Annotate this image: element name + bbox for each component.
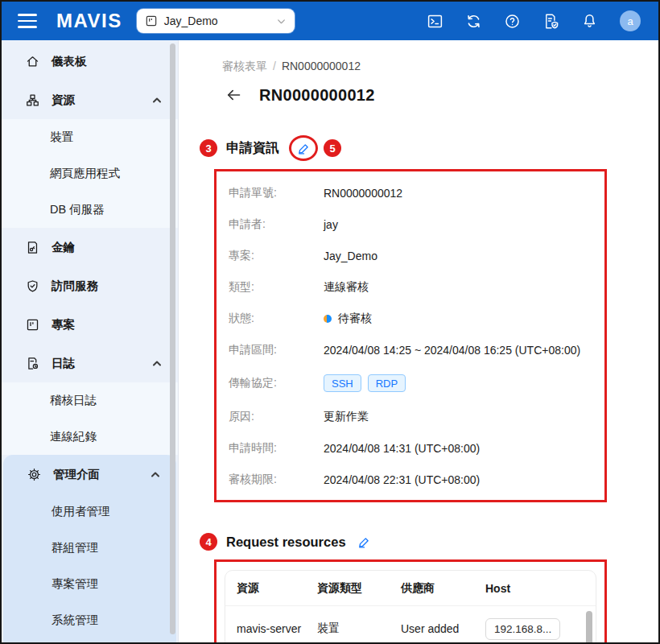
column-header-host: Host [485, 582, 596, 595]
sidebar-item-db-servers[interactable]: DB 伺服器 [2, 192, 178, 228]
sidebar-item-admin[interactable]: 管理介面 [3, 455, 176, 493]
table-row[interactable]: mavis-server 裝置 User added 192.168.8... [225, 606, 596, 642]
sidebar: 儀表板 資源 裝置 網頁應用程式 [2, 40, 179, 642]
sidebar-item-logs[interactable]: 日誌 [2, 344, 178, 382]
table-scrollbar[interactable] [586, 611, 592, 642]
status-dot-icon [324, 315, 332, 323]
field-value: jay [324, 218, 338, 231]
caret-up-icon [151, 470, 160, 478]
sidebar-item-label: DB 伺服器 [50, 202, 105, 217]
sidebar-item-label: 使用者管理 [52, 504, 110, 519]
sidebar-item-project-management[interactable]: 專案管理 [3, 566, 176, 602]
status-text: 待審核 [338, 312, 372, 324]
section-title-request-info: 申請資訊 [226, 139, 279, 157]
logs-submenu: 稽核日誌 連線紀錄 [2, 382, 178, 455]
audit-document-icon[interactable] [542, 13, 559, 30]
protocol-tags: SSHRDP [324, 374, 412, 392]
field-value: 2024/04/08 14:25 ~ 2024/04/08 16:25 (UTC… [324, 344, 580, 357]
field-label: 審核期限: [229, 473, 324, 487]
field-row-protocols: 傳輸協定: SSHRDP [229, 365, 598, 401]
help-icon[interactable] [504, 13, 521, 30]
cell-resource-type: 裝置 [317, 621, 401, 636]
field-label: 申請區間: [229, 343, 324, 357]
home-icon [26, 55, 39, 68]
breadcrumb-current: RN0000000012 [282, 60, 361, 72]
field-row: 原因: 更新作業 [229, 401, 598, 432]
page-title-row: RN0000000012 [225, 84, 658, 106]
field-label: 專案: [229, 249, 324, 263]
top-navbar: MAVIS Jay_Demo [2, 2, 658, 40]
field-value: 2024/04/08 22:31 (UTC+08:00) [324, 473, 480, 486]
field-row: 申請時間: 2024/04/08 14:31 (UTC+08:00) [229, 432, 598, 464]
column-header-resource: 資源 [237, 581, 317, 596]
user-avatar[interactable]: a [620, 10, 641, 31]
breadcrumb-parent[interactable]: 審核表單 [222, 60, 267, 72]
annotation-badge-4: 4 [200, 533, 217, 551]
sync-icon[interactable] [465, 13, 482, 30]
column-header-resource-type: 資源類型 [317, 581, 401, 596]
annotation-circle [289, 135, 318, 161]
main-content: 審核表單/RN0000000012 RN0000000012 3 申請資訊 [179, 40, 658, 642]
sidebar-item-dashboard[interactable]: 儀表板 [2, 42, 178, 80]
field-value: 更新作業 [324, 410, 369, 424]
field-row: 審核期限: 2024/04/08 22:31 (UTC+08:00) [229, 464, 598, 495]
annotation-badge-5: 5 [324, 139, 341, 157]
gear-icon [27, 468, 41, 481]
sidebar-item-system-management[interactable]: 系統管理 [3, 602, 176, 638]
field-label: 傳輸協定: [229, 376, 324, 390]
breadcrumb-separator: / [273, 60, 276, 72]
hamburger-menu-icon[interactable] [18, 14, 37, 28]
sidebar-item-label: 儀表板 [52, 54, 87, 69]
project-selector[interactable]: Jay_Demo [137, 9, 295, 33]
cell-vendor: User added [401, 622, 485, 635]
field-row: 申請區間: 2024/04/08 14:25 ~ 2024/04/08 16:2… [229, 334, 598, 365]
field-row: 專案: Jay_Demo [229, 240, 598, 271]
bell-icon[interactable] [581, 13, 598, 30]
table-header-row: 資源 資源類型 供應商 Host [225, 571, 596, 606]
key-card-icon [26, 241, 39, 254]
column-header-vendor: 供應商 [401, 581, 485, 596]
sidebar-scrollbar[interactable] [170, 43, 175, 634]
section-title-resources: Request resources [226, 535, 346, 550]
field-label: 申請者: [229, 217, 324, 232]
resources-panel: 資源 資源類型 供應商 Host mavis-server 裝置 User ad… [214, 559, 607, 642]
field-value: RN0000000012 [324, 187, 402, 200]
breadcrumb: 審核表單/RN0000000012 [222, 58, 658, 74]
sidebar-item-keys[interactable]: 金鑰 [2, 228, 178, 266]
sidebar-item-resources[interactable]: 資源 [2, 80, 178, 119]
field-label: 類型: [229, 280, 324, 295]
sidebar-item-user-management[interactable]: 使用者管理 [3, 493, 176, 530]
resources-submenu: 裝置 網頁應用程式 DB 伺服器 [2, 119, 178, 228]
sidebar-item-label: 金鑰 [52, 240, 75, 255]
sidebar-item-web-apps[interactable]: 網頁應用程式 [2, 155, 178, 192]
sidebar-item-label: 稽核日誌 [50, 393, 97, 408]
project-board-icon [26, 318, 39, 332]
sidebar-item-label: 專案管理 [52, 576, 98, 592]
status-value: 待審核 [324, 312, 372, 326]
project-selector-value: Jay_Demo [164, 14, 218, 27]
sidebar-item-devices[interactable]: 裝置 [2, 119, 178, 155]
request-resources-heading: 4 Request resources [200, 533, 658, 551]
field-label: 申請單號: [229, 186, 324, 200]
sidebar-item-audit-logs[interactable]: 稽核日誌 [2, 382, 178, 419]
shield-check-icon [26, 279, 39, 293]
field-row: 申請單號: RN0000000012 [229, 177, 598, 208]
resources-table: 資源 資源類型 供應商 Host mavis-server 裝置 User ad… [225, 570, 596, 642]
terminal-icon[interactable] [427, 13, 443, 30]
cell-resource: mavis-server [237, 622, 317, 635]
edit-resources-wrapper [357, 535, 371, 549]
sidebar-item-connection-records[interactable]: 連線紀錄 [2, 419, 178, 455]
sidebar-item-group-management[interactable]: 群組管理 [3, 530, 176, 566]
host-chip[interactable]: 192.168.8... [485, 618, 560, 640]
sidebar-item-access-services[interactable]: 訪問服務 [2, 266, 178, 305]
caret-up-icon [152, 96, 162, 104]
caret-up-icon [152, 359, 162, 367]
field-value: Jay_Demo [324, 250, 377, 262]
edit-icon[interactable] [357, 535, 371, 549]
protocol-tag-rdp: RDP [368, 374, 406, 392]
sidebar-item-label: 日誌 [52, 356, 75, 371]
edit-icon[interactable] [297, 142, 311, 155]
sidebar-item-projects[interactable]: 專案 [2, 305, 178, 344]
back-arrow-icon[interactable] [225, 88, 241, 102]
field-value: 2024/04/08 14:31 (UTC+08:00) [324, 442, 480, 455]
